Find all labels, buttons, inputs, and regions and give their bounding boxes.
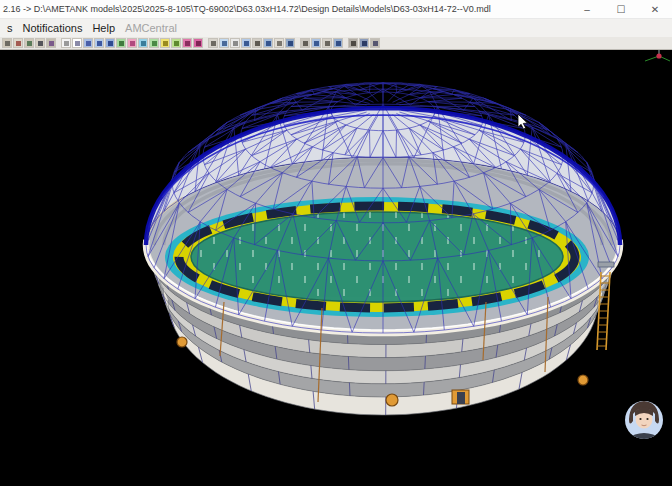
- tool-icon-15[interactable]: [160, 38, 170, 48]
- tool-icon-12[interactable]: [127, 38, 137, 48]
- tool-icon-26[interactable]: [285, 38, 295, 48]
- window-title: 2.16 -> D:\AMETANK models\2025\2025-8-10…: [0, 4, 570, 14]
- tool-icon-30[interactable]: [333, 38, 343, 48]
- tool-icon-01[interactable]: [2, 38, 12, 48]
- minimize-button[interactable]: –: [570, 0, 604, 18]
- axis-triad: [645, 50, 670, 61]
- tool-icon-13[interactable]: [138, 38, 148, 48]
- tool-icon-22[interactable]: [241, 38, 251, 48]
- tool-icon-02[interactable]: [13, 38, 23, 48]
- close-button[interactable]: ✕: [638, 0, 672, 18]
- assistant-avatar[interactable]: [625, 401, 663, 442]
- tool-icon-25[interactable]: [274, 38, 284, 48]
- tool-icon-23[interactable]: [252, 38, 262, 48]
- menu-item-s[interactable]: s: [2, 21, 18, 35]
- tool-icon-27[interactable]: [300, 38, 310, 48]
- 3d-viewport[interactable]: [0, 50, 672, 486]
- toolbar-separator: [295, 38, 299, 48]
- tool-icon-18[interactable]: [193, 38, 203, 48]
- toolbar: [0, 37, 672, 50]
- tool-icon-03[interactable]: [24, 38, 34, 48]
- tool-icon-08[interactable]: [83, 38, 93, 48]
- tool-icon-17[interactable]: [182, 38, 192, 48]
- menu-bar: sNotificationsHelpAMCentral: [0, 19, 672, 37]
- tool-icon-21[interactable]: [230, 38, 240, 48]
- tool-icon-05[interactable]: [46, 38, 56, 48]
- tool-icon-16[interactable]: [171, 38, 181, 48]
- tank-3d-model: [0, 50, 672, 486]
- toolbar-separator: [56, 38, 60, 48]
- tool-icon-31[interactable]: [348, 38, 358, 48]
- tool-icon-32[interactable]: [359, 38, 369, 48]
- tool-icon-29[interactable]: [322, 38, 332, 48]
- tool-icon-04[interactable]: [35, 38, 45, 48]
- tool-icon-19[interactable]: [208, 38, 218, 48]
- menu-item-amcentral[interactable]: AMCentral: [120, 21, 182, 35]
- tool-icon-20[interactable]: [219, 38, 229, 48]
- tool-icon-09[interactable]: [94, 38, 104, 48]
- tool-icon-06[interactable]: [61, 38, 71, 48]
- tool-icon-14[interactable]: [149, 38, 159, 48]
- tool-icon-07[interactable]: [72, 38, 82, 48]
- ametank-window: 2.16 -> D:\AMETANK models\2025\2025-8-10…: [0, 0, 672, 486]
- tool-icon-28[interactable]: [311, 38, 321, 48]
- tool-icon-11[interactable]: [116, 38, 126, 48]
- tool-icon-24[interactable]: [263, 38, 273, 48]
- tool-icon-10[interactable]: [105, 38, 115, 48]
- menu-item-notifications[interactable]: Notifications: [18, 21, 88, 35]
- tool-icon-33[interactable]: [370, 38, 380, 48]
- maximize-button[interactable]: ☐: [604, 0, 638, 18]
- toolbar-separator: [343, 38, 347, 48]
- menu-item-help[interactable]: Help: [87, 21, 120, 35]
- toolbar-separator: [203, 38, 207, 48]
- title-bar: 2.16 -> D:\AMETANK models\2025\2025-8-10…: [0, 0, 672, 19]
